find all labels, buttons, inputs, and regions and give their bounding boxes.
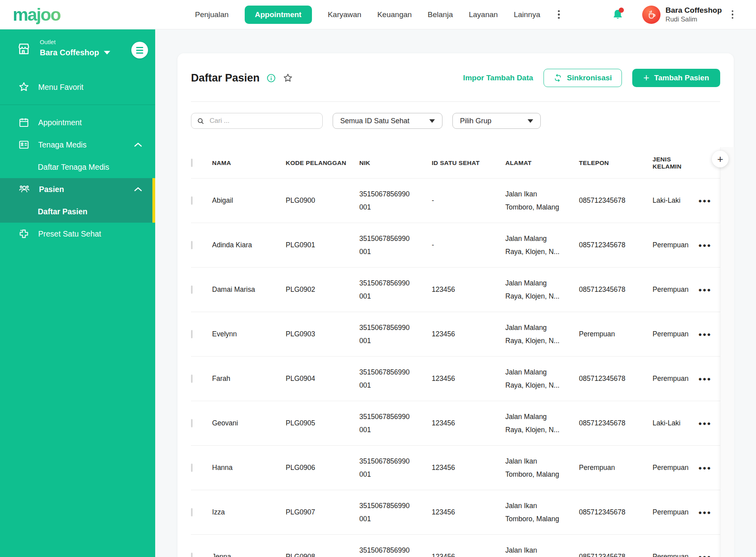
row-checkbox[interactable] xyxy=(191,285,193,294)
cell-kode-pelanggan: PLG0901 xyxy=(286,239,359,251)
cell-nama: Farah xyxy=(212,372,286,385)
row-checkbox[interactable] xyxy=(191,330,193,338)
cell-jenis-kelamin: Laki-Laki xyxy=(653,194,698,207)
ellipsis-icon[interactable]: ●●● xyxy=(698,553,720,557)
add-patient-label: Tambah Pasien xyxy=(654,74,709,82)
cell-telepon: Perempuan xyxy=(579,328,653,340)
sidebar-item-preset-satu-sehat[interactable]: Preset Satu Sehat xyxy=(0,223,155,245)
search-input[interactable] xyxy=(209,116,317,125)
table-row: Izza PLG0907 3515067856990 001 123456 Ja… xyxy=(191,490,720,535)
table-right-gutter xyxy=(720,147,734,557)
ellipsis-icon[interactable]: ●●● xyxy=(698,420,720,427)
nav-item-appointment[interactable]: Appointment xyxy=(245,6,312,24)
sidebar-item-appointment[interactable]: Appointment xyxy=(0,111,155,134)
cell-kode-pelanggan: PLG0902 xyxy=(286,283,359,296)
cell-nama: Damai Marisa xyxy=(212,283,286,296)
star-outline-icon[interactable] xyxy=(283,73,293,83)
cell-nik: 3515067856990 001 xyxy=(359,544,432,557)
sidebar-item-menu-favorit[interactable]: Menu Favorit xyxy=(0,76,155,98)
table-row: Farah PLG0904 3515067856990 001 123456 J… xyxy=(191,357,720,401)
info-icon[interactable] xyxy=(266,73,276,83)
group-filter-dropdown[interactable]: Pilih Grup xyxy=(452,113,541,129)
cell-kode-pelanggan: PLG0907 xyxy=(286,506,359,518)
ellipsis-icon[interactable]: ●●● xyxy=(698,331,720,338)
sidebar-active-section: Pasien Daftar Pasien xyxy=(0,178,155,223)
ellipsis-icon[interactable]: ●●● xyxy=(698,375,720,382)
cell-id-satu-sehat: 123456 xyxy=(432,550,505,557)
nav-item-lainnya[interactable]: Lainnya xyxy=(514,10,540,19)
cell-telepon: 085712345678 xyxy=(579,372,653,385)
people-icon xyxy=(18,183,31,195)
top-navbar: majoo Penjualan Appointment Karyawan Keu… xyxy=(0,0,756,29)
cell-jenis-kelamin: Perempuan xyxy=(653,283,698,296)
nav-item-penjualan[interactable]: Penjualan xyxy=(195,10,229,19)
cell-jenis-kelamin: Perempuan xyxy=(653,328,698,340)
hamburger-icon[interactable] xyxy=(131,42,148,58)
add-patient-button[interactable]: + Tambah Pasien xyxy=(632,69,720,87)
column-header-nik: NIK xyxy=(359,159,432,167)
row-checkbox[interactable] xyxy=(191,553,193,557)
sidebar-item-daftar-pasien[interactable]: Daftar Pasien xyxy=(0,200,155,223)
cell-telepon: 085712345678 xyxy=(579,506,653,518)
ellipsis-icon[interactable]: ●●● xyxy=(698,242,720,248)
cell-id-satu-sehat: 123456 xyxy=(432,506,505,518)
search-icon xyxy=(197,117,205,125)
avatar[interactable] xyxy=(642,6,661,24)
cell-jenis-kelamin: Perempuan xyxy=(653,461,698,474)
sync-icon xyxy=(553,74,562,82)
add-column-button[interactable]: + xyxy=(712,151,729,167)
profile-user-name: Rudi Salim xyxy=(666,15,722,23)
cell-nama: Hanna xyxy=(212,461,286,474)
row-checkbox[interactable] xyxy=(191,464,193,472)
sidebar-divider xyxy=(0,105,155,105)
cell-jenis-kelamin: Perempuan xyxy=(653,239,698,251)
ellipsis-icon[interactable]: ●●● xyxy=(698,509,720,516)
sidebar-item-tenaga-medis[interactable]: Tenaga Medis xyxy=(0,134,155,156)
table-row: Geovani PLG0905 3515067856990 001 123456… xyxy=(191,401,720,446)
main-nav: Penjualan Appointment Karyawan Keuangan … xyxy=(195,0,562,29)
sidebar-item-label: Appointment xyxy=(38,118,82,127)
id-satu-sehat-filter-dropdown[interactable]: Semua ID Satu Sehat xyxy=(333,113,442,129)
row-checkbox[interactable] xyxy=(191,375,193,383)
page-title: Daftar Pasien xyxy=(191,72,260,84)
cell-nama: Evelynn xyxy=(212,328,286,340)
nav-item-layanan[interactable]: Layanan xyxy=(469,10,498,19)
column-header-telepon: TELEPON xyxy=(579,159,653,167)
nav-item-keuangan[interactable]: Keuangan xyxy=(377,10,412,19)
row-checkbox[interactable] xyxy=(191,241,193,249)
profile-names[interactable]: Bara Coffeshop Rudi Salim xyxy=(666,6,722,23)
cell-nik: 3515067856990 001 xyxy=(359,321,432,347)
cell-id-satu-sehat: - xyxy=(432,194,505,207)
ellipsis-icon[interactable]: ●●● xyxy=(698,464,720,471)
profile-business-name: Bara Coffeshop xyxy=(666,6,722,15)
sidebar-item-daftar-tenaga-medis[interactable]: Daftar Tenaga Medis xyxy=(0,156,155,178)
cell-jenis-kelamin: Perempuan xyxy=(653,506,698,518)
row-checkbox[interactable] xyxy=(191,508,193,516)
sidebar-item-label: Daftar Tenaga Medis xyxy=(38,163,109,172)
kebab-menu-icon[interactable] xyxy=(556,10,562,19)
table-row: Jenna PLG0908 3515067856990 001 123456 J… xyxy=(191,535,720,557)
sidebar-item-label: Tenaga Medis xyxy=(38,140,86,149)
sidebar-item-pasien[interactable]: Pasien xyxy=(0,178,155,200)
cell-kode-pelanggan: PLG0900 xyxy=(286,194,359,207)
cell-telepon: 085712345678 xyxy=(579,550,653,557)
sidebar-item-label: Pasien xyxy=(39,185,64,194)
ellipsis-icon[interactable]: ●●● xyxy=(698,197,720,204)
chevron-up-icon xyxy=(134,186,142,192)
bell-icon[interactable] xyxy=(612,9,623,21)
sync-button[interactable]: Sinkronisasi xyxy=(544,69,622,87)
storefront-icon xyxy=(17,42,31,56)
cell-id-satu-sehat: 123456 xyxy=(432,328,505,340)
profile-kebab-menu-icon[interactable] xyxy=(730,10,735,19)
nav-item-karyawan[interactable]: Karyawan xyxy=(328,10,362,19)
ellipsis-icon[interactable]: ●●● xyxy=(698,286,720,293)
caret-down-icon xyxy=(528,119,533,123)
outlet-selector[interactable]: Outlet Bara Coffeshop xyxy=(0,29,155,70)
row-checkbox[interactable] xyxy=(191,419,193,427)
import-data-link[interactable]: Impor Tambah Data xyxy=(463,74,533,82)
nav-item-belanja[interactable]: Belanja xyxy=(428,10,453,19)
column-header-jenis-kelamin: JENIS KELAMIN xyxy=(653,156,698,170)
select-all-checkbox[interactable] xyxy=(191,159,193,167)
patient-table: NAMA KODE PELANGGAN NIK ID SATU SEHAT AL… xyxy=(191,147,720,557)
row-checkbox[interactable] xyxy=(191,196,193,205)
